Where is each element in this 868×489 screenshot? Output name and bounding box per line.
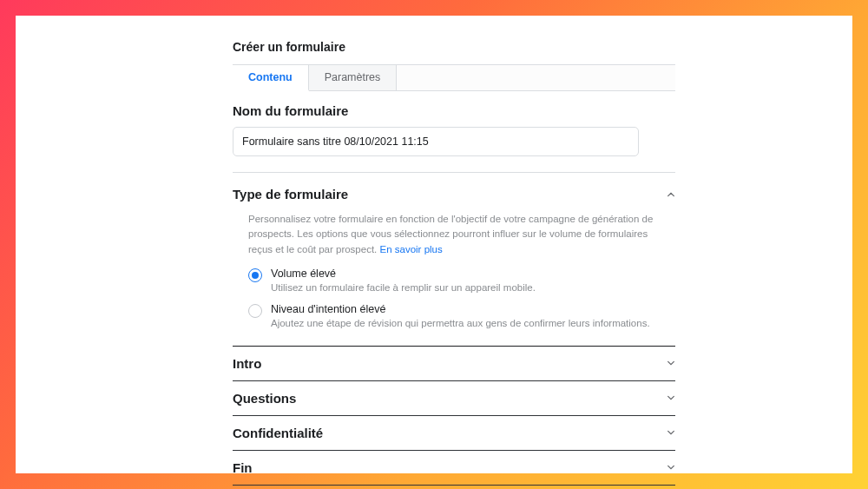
learn-more-link[interactable]: En savoir plus: [380, 244, 443, 254]
section-intro-header[interactable]: Intro: [233, 347, 675, 380]
chevron-down-icon: [667, 359, 675, 367]
form-builder-canvas: Créer un formulaire Contenu Paramètres N…: [16, 16, 852, 473]
form-type-section: Type de formulaire Personnalisez votre f…: [233, 173, 675, 346]
form-name-section: Nom du formulaire: [233, 91, 675, 165]
chevron-down-icon: [667, 393, 675, 402]
section-intro-title: Intro: [233, 356, 261, 371]
chevron-down-icon: [667, 463, 675, 472]
tab-content[interactable]: Contenu: [233, 65, 309, 91]
radio-labels: Volume élevé Utilisez un formulaire faci…: [271, 268, 536, 293]
chevron-down-icon: [667, 428, 675, 437]
section-end: Fin: [233, 451, 675, 486]
section-questions-title: Questions: [233, 391, 296, 406]
section-questions: Questions: [233, 381, 675, 416]
page-title: Créer un formulaire: [233, 40, 675, 54]
chevron-up-icon: [667, 190, 675, 199]
radio-title-high-volume: Volume élevé: [271, 268, 536, 280]
form-name-input[interactable]: [233, 127, 639, 156]
content-column: Créer un formulaire Contenu Paramètres N…: [233, 40, 675, 486]
form-type-header[interactable]: Type de formulaire: [233, 185, 675, 212]
radio-sub-high-intent: Ajoutez une étape de révision qui permet…: [271, 318, 650, 328]
section-end-header[interactable]: Fin: [233, 451, 675, 485]
section-end-title: Fin: [233, 460, 253, 475]
radio-labels: Niveau d'intention élevé Ajoutez une éta…: [271, 303, 650, 328]
form-type-description: Personnalisez votre formulaire en foncti…: [248, 214, 653, 254]
section-questions-header[interactable]: Questions: [233, 381, 675, 415]
radio-title-high-intent: Niveau d'intention élevé: [271, 303, 650, 315]
radio-sub-high-volume: Utilisez un formulaire facile à remplir …: [271, 282, 536, 293]
form-type-radio-group: Volume élevé Utilisez un formulaire faci…: [233, 266, 675, 346]
form-name-label: Nom du formulaire: [233, 103, 675, 118]
section-privacy-title: Confidentialité: [233, 426, 323, 440]
section-intro: Intro: [233, 347, 675, 381]
form-type-label: Type de formulaire: [233, 187, 348, 202]
tab-row: Contenu Paramètres: [233, 64, 675, 91]
radio-dot-icon: [248, 304, 262, 318]
section-privacy: Confidentialité: [233, 416, 675, 451]
radio-option-high-intent[interactable]: Niveau d'intention élevé Ajoutez une éta…: [248, 303, 660, 328]
form-type-description-block: Personnalisez votre formulaire en foncti…: [233, 212, 675, 266]
radio-dot-icon: [248, 268, 262, 282]
tab-settings[interactable]: Paramètres: [309, 65, 398, 90]
radio-option-high-volume[interactable]: Volume élevé Utilisez un formulaire faci…: [248, 268, 660, 293]
section-privacy-header[interactable]: Confidentialité: [233, 416, 675, 450]
